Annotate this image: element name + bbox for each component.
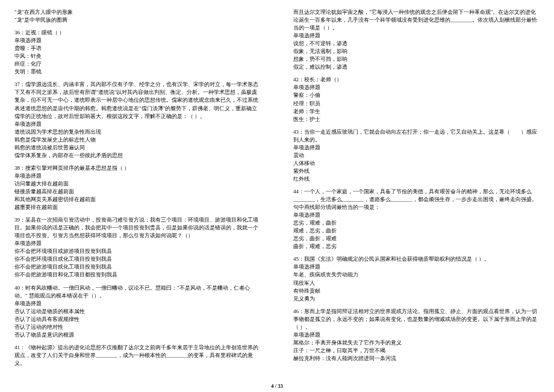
q-type: 单项选择题 (14, 240, 261, 247)
q-option: 失明：墨镜 (14, 68, 261, 76)
question-45: 45：我国《宪法》明确规定的公民从国家和社会获得物质帮助权利的情况是（ ）。 单… (293, 255, 540, 302)
q-option: 中风：针灸 (14, 52, 261, 60)
question-40: 40：时有风吹幡动。一僧曰风动，一僧曰幡动，议论不已。慧能曰："不是风动，不是幡… (14, 284, 261, 339)
q-option: 红外线 (293, 175, 540, 183)
q-option: 道统说因为学术思想的复杂性而出现 (14, 128, 261, 136)
question-37: 37：儒学源远流长、内涵丰富，其内部不仅有子学、经学之分，也有汉学、宋学的对立，… (14, 81, 261, 159)
q-option: 链接质量越高排在越前面 (14, 188, 261, 196)
q-option: 医生：护士 (293, 116, 540, 123)
q-type: 单项选择题 (14, 37, 261, 45)
q-text: 44：一个人，一个家庭，一个国家，具备了节俭的美德，具有艰苦奋斗的精神，那么，无… (293, 188, 540, 211)
q-option: 老师：学生 (293, 108, 540, 116)
q-type: 单项选择题 (293, 144, 540, 152)
q-option: 现役军人 (293, 279, 540, 287)
question-46: 46：形而上学是指同辩证法相对立的世界观或方法论。指用孤立、静止、片面的观点看世… (293, 308, 540, 362)
q-text: 41：《物种起源》提出的进化论思想不仅推翻了达尔文之前两千多年来居于主导地位的上… (14, 344, 261, 367)
q-option: 曲折，艰难，恶劣 (293, 243, 540, 250)
page-number: 4 / 33 (271, 382, 282, 390)
q-option: 有特殊贡献 (293, 287, 540, 295)
intro-block: "龙"在西方人眼中的形象 "龙"是中华民族的图腾 (14, 8, 261, 24)
q-option: 儒学体系复杂，内部存在一些彼此矛盾的思想 (14, 152, 261, 160)
q-option: 否认了物质是意识的根源 (14, 331, 261, 339)
q-option: 韩愈是儒学发展史上的标志性人物 (14, 136, 261, 144)
right-column: 而且达尔文理论犹如宇宙之酸，"它每浸入一种传统的观念之后便会留下一种革命观"。在… (293, 8, 540, 372)
q-type: 单项选择题 (293, 331, 540, 339)
q-option: 艰难，恶劣，曲折 (293, 227, 540, 235)
q-option: 经理：职员 (293, 100, 540, 108)
question-43: 43：当你一走近感应玻璃门，它就会自动向左右打开；你一走远，它又自动关上。这是靠… (293, 128, 540, 183)
q-title: 36：近视：眼镜（ ） (14, 29, 261, 37)
q-option: 紫外线 (293, 167, 540, 175)
intro-line: "龙"在西方人眼中的形象 (14, 8, 261, 16)
left-column: "龙"在西方人眼中的形象 "龙"是中华民族的图腾 36：近视：眼镜（ ） 单项选… (14, 8, 261, 372)
q-text: 而且达尔文理论犹如宇宙之酸，"它每浸入一种传统的观念之后便会留下一种革命观"。在… (293, 8, 540, 32)
question-41-cont: 而且达尔文理论犹如宇宙之酸，"它每浸入一种传统的观念之后便会留下一种革命观"。在… (293, 8, 540, 71)
q-text: 40：时有风吹幡动。一僧曰风动，一僧曰幡动，议论不已。慧能曰："不是风动，不是幡… (14, 284, 261, 300)
q-type: 单项选择题 (293, 84, 540, 92)
q-option: 你不会把环境项目或化工项目投资到我县 (14, 255, 261, 263)
q-type: 单项选择题 (293, 263, 540, 271)
q-option: 你不会把环境项目或旅游项目投资到我县 (14, 247, 261, 255)
q-option: 否认了运动的绝对性 (14, 323, 261, 331)
q-type: 单项选择题 (293, 211, 540, 219)
question-36: 36：近视：眼镜（ ） 单项选择题 聋哑：手语 中风：针灸 癌症：化疗 失明：墨… (14, 29, 261, 76)
q-option: 否认了运动是物质的根本属性 (14, 308, 261, 316)
question-41: 41：《物种起源》提出的进化论思想不仅推翻了达尔文之前两千多年来居于主导地位的上… (14, 344, 261, 367)
q-option: 庄子：一尺之棰，日取其半，万世不竭 (293, 347, 540, 355)
q-option: 和其他网页关系越密切排在越前面 (14, 196, 261, 204)
q-title: 38：搜索引擎对网页排序的最基本思想是指（ ） (14, 164, 261, 172)
q-option: 聋哑：手语 (14, 45, 261, 52)
q-option: 恶劣，曲折，艰难 (293, 235, 540, 243)
q-option: 人体移动 (293, 160, 540, 167)
question-39: 39：某县在一次招商引资活动中，投资商刁难引资方说：我有三个项目：环境项目、旅游… (14, 216, 261, 279)
q-option: 癌症：化疗 (14, 60, 261, 68)
question-44: 44：一个人，一个家庭，一个国家，具备了节俭的美德，具有艰苦奋斗的精神，那么，无… (293, 188, 540, 250)
q-option: 你不会把旅游项目或化工项目投资到我县 (14, 263, 261, 271)
q-option: 韩愈的道统说被后世普遍认同 (14, 144, 261, 152)
question-42: 42：校长：老师（） 单项选择题 警察：小偷 经理：职员 老师：学生 医生：护士 (293, 76, 540, 123)
q-option: 黑格尔；手离开身体就失去了它作为手的意义 (293, 339, 540, 347)
q-type: 单项选择题 (14, 172, 261, 180)
q-type: 单项选择题 (14, 300, 261, 308)
q-text: 45：我国《宪法》明确规定的公民从国家和社会获得物质帮助权利的情况是（ ）。 (293, 255, 540, 263)
q-option: 假象，无法遏制，影响 (293, 48, 540, 55)
q-type: 单项选择题 (14, 120, 261, 128)
q-option: 访问量越大排在越前面 (14, 180, 261, 188)
q-text: 39：某县在一次招商引资活动中，投资商刁难引资方说：我有三个项目：环境项目、旅游… (14, 216, 261, 240)
q-text: 37：儒学源远流长、内涵丰富，其内部不仅有子学、经学之分，也有汉学、宋学的对立，… (14, 81, 261, 120)
q-option: 越重要排在越前面 (14, 204, 261, 211)
q-option: 年老、疾病或丧失劳动能力 (293, 271, 540, 279)
q-option: 否认了运动具有客观规律性 (14, 316, 261, 323)
q-text: 46：形而上学是指同辩证法相对立的世界观或方法论。指用孤立、静止、片面的观点看世… (293, 308, 540, 331)
q-type: 单项选择题 (293, 32, 540, 40)
question-38: 38：搜索引擎对网页排序的最基本思想是指（ ） 单项选择题 访问量越大排在越前面… (14, 164, 261, 211)
q-option: 假定，难以控制，渗透 (293, 63, 540, 71)
q-option: 想象，势不可挡，影响 (293, 55, 540, 63)
q-option: 震动 (293, 152, 540, 160)
q-option: 你不会把旅游项目和化工项目都投资到我县 (14, 271, 261, 279)
q-option: 恶劣，艰难，曲折 (293, 219, 540, 227)
q-option: 见义勇为 (293, 295, 540, 303)
q-option: 赫拉克利特：没有人能两次踏进同一条河流 (293, 355, 540, 362)
q-title: 42：校长：老师（） (293, 76, 540, 84)
q-option: 设想，不可逆转，渗透 (293, 40, 540, 48)
intro-line: "龙"是中华民族的图腾 (14, 16, 261, 24)
q-option: 警察：小偷 (293, 92, 540, 99)
q-text: 43：当你一走近感应玻璃门，它就会自动向左右打开；你一走远，它又自动关上。这是靠… (293, 128, 540, 144)
